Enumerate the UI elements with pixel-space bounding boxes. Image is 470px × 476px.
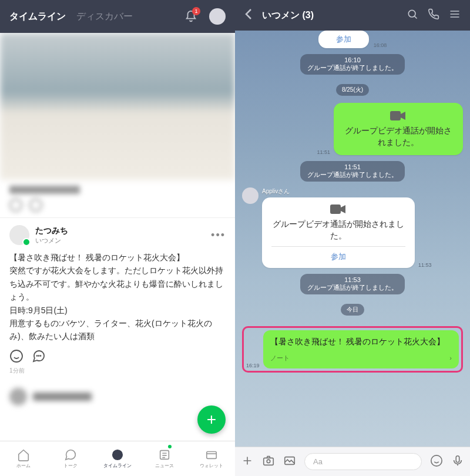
comment-icon[interactable] <box>32 349 46 363</box>
phone-icon[interactable] <box>428 8 439 22</box>
chat-input-bar: Aa <box>235 447 470 476</box>
tab-timeline-nav[interactable]: タイムライン <box>94 441 141 476</box>
timeline-pane: タイムライン ディスカバー 1 たつみち いつメン ••• 【暑さ吹き飛ばせ！ <box>0 0 235 476</box>
compose-fab[interactable]: + <box>197 405 226 434</box>
notification-badge: 1 <box>192 7 200 15</box>
post-timestamp: 1分前 <box>9 367 226 375</box>
svg-point-5 <box>116 453 119 457</box>
camera-icon[interactable] <box>262 454 275 470</box>
video-icon <box>390 110 407 122</box>
msg-time: 16:19 <box>246 363 260 368</box>
system-message: 11:51グループ通話が終了しました。 <box>300 161 405 182</box>
msg-time: 11:53 <box>418 262 432 268</box>
other-message: グループビデオ通話が開始されました。 参加 <box>262 197 415 268</box>
note-message[interactable]: 【暑さ吹き飛ばせ！ 残暑のロケット花火大会】 ノート› <box>263 330 459 368</box>
smile-icon[interactable] <box>9 349 24 363</box>
svg-point-14 <box>431 455 442 465</box>
post-avatar[interactable] <box>9 225 29 245</box>
svg-point-12 <box>267 460 270 463</box>
sender-name: Applivさん <box>262 187 432 196</box>
bell-icon[interactable]: 1 <box>183 9 199 24</box>
blurred-image-post <box>0 33 235 180</box>
sender-avatar[interactable] <box>242 187 258 204</box>
svg-rect-9 <box>390 111 401 120</box>
chat-header: いつメン (3) <box>235 0 470 31</box>
chat-pane: いつメン (3) 参加 16:08 16:10グループ通話が終了しました。 8/… <box>235 0 470 476</box>
mic-icon[interactable] <box>451 454 464 470</box>
join-bubble[interactable]: 参加 <box>318 31 369 48</box>
bottom-tabbar: ホーム トーク タイムライン ニュース ウォレット <box>0 441 235 476</box>
svg-point-8 <box>408 10 415 17</box>
emoji-icon[interactable] <box>430 454 443 470</box>
timeline-post: たつみち いつメン ••• 【暑さ吹き飛ばせ！ 残暑のロケット花火大会】 突然で… <box>0 217 235 382</box>
system-message: 16:10グループ通話が終了しました。 <box>300 54 405 75</box>
back-icon[interactable] <box>244 8 253 22</box>
join-link[interactable]: 参加 <box>271 246 405 262</box>
chat-messages: 参加 16:08 16:10グループ通話が終了しました。 8/25(火) 11:… <box>235 31 470 447</box>
video-icon <box>330 203 347 215</box>
tab-discover[interactable]: ディスカバー <box>76 11 133 23</box>
date-separator: 8/25(火) <box>336 84 369 96</box>
svg-rect-15 <box>456 455 459 462</box>
svg-rect-10 <box>330 205 341 214</box>
post-group: いつメン <box>35 236 205 245</box>
timeline-header: タイムライン ディスカバー 1 <box>0 0 235 33</box>
chevron-right-icon: › <box>449 354 452 361</box>
svg-point-2 <box>39 356 39 356</box>
profile-avatar[interactable] <box>209 8 226 25</box>
blurred-next-post <box>0 382 235 411</box>
tab-news[interactable]: ニュース <box>141 441 188 476</box>
svg-point-0 <box>11 350 22 362</box>
plus-icon[interactable] <box>241 454 254 470</box>
msg-time: 16:08 <box>374 42 387 48</box>
date-separator: 今日 <box>341 304 364 316</box>
tab-home[interactable]: ホーム <box>0 441 47 476</box>
search-icon[interactable] <box>407 8 418 22</box>
svg-rect-7 <box>207 452 217 459</box>
blurred-meta <box>0 180 235 217</box>
image-icon[interactable] <box>283 454 296 470</box>
svg-rect-11 <box>264 458 274 465</box>
menu-icon[interactable] <box>449 8 461 22</box>
msg-time: 11:51 <box>317 149 330 155</box>
post-actions <box>9 349 226 363</box>
timeline-body: たつみち いつメン ••• 【暑さ吹き飛ばせ！ 残暑のロケット花火大会】 突然で… <box>0 33 235 441</box>
message-input[interactable]: Aa <box>304 453 422 470</box>
svg-point-1 <box>37 356 38 356</box>
highlight-annotation: 16:19 【暑さ吹き飛ばせ！ 残暑のロケット花火大会】 ノート› <box>242 326 463 373</box>
tab-talk[interactable]: トーク <box>47 441 94 476</box>
svg-point-3 <box>41 356 41 356</box>
tab-timeline[interactable]: タイムライン <box>9 11 66 23</box>
my-message: グループビデオ通話が開始されました。 <box>334 103 463 155</box>
post-header: たつみち いつメン ••• <box>9 225 226 245</box>
more-icon[interactable]: ••• <box>211 229 226 242</box>
post-content: 【暑さ吹き飛ばせ！ 残暑のロケット花火大会】 突然ですが花火大会をします。ただし… <box>9 251 226 343</box>
system-message: 11:53グループ通話が終了しました。 <box>300 274 405 294</box>
chat-title: いつメン (3) <box>262 9 397 22</box>
tab-wallet[interactable]: ウォレット <box>188 441 235 476</box>
post-author: たつみち <box>35 226 205 236</box>
